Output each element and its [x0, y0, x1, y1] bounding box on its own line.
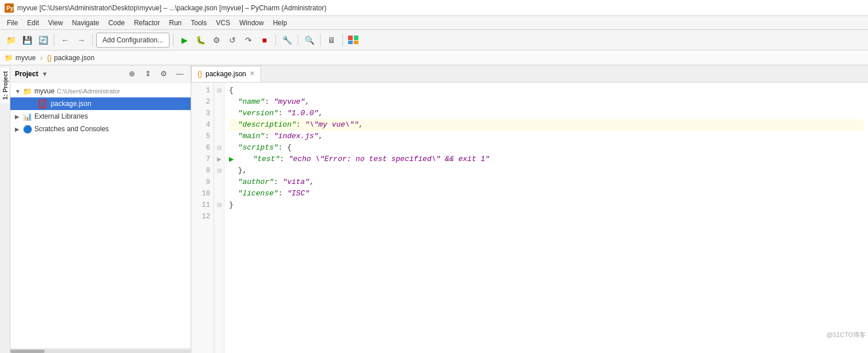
- project-panel-scrollbar[interactable]: [10, 348, 191, 353]
- menu-navigate[interactable]: Navigate: [68, 18, 104, 28]
- external-libraries-icon: 📊: [23, 112, 32, 121]
- watermark: @51CTO博客: [827, 331, 866, 339]
- scrollbar-thumb[interactable]: [10, 350, 45, 353]
- toolbar-separator-1: [54, 34, 54, 46]
- fold-cell-11[interactable]: ⊟: [214, 199, 224, 211]
- debug-button[interactable]: 🐛: [193, 33, 208, 48]
- editor-content: 1 2 3 4 5 6 7 8 9 10 11 12 ⊟ ⊟ ▶: [191, 83, 868, 353]
- menu-run[interactable]: Run: [164, 18, 186, 28]
- tree-label-root: myvue: [34, 87, 54, 95]
- breadcrumb-root[interactable]: myvue: [15, 54, 35, 62]
- settings-button[interactable]: 🔧: [279, 33, 294, 48]
- fold-cell-1[interactable]: ⊟: [214, 85, 224, 96]
- code-token: ,: [318, 131, 323, 142]
- project-settings-button[interactable]: ⚙: [157, 68, 170, 80]
- code-line-3: "version": "1.0.0",: [229, 108, 863, 119]
- tree-expand-root[interactable]: ▼: [15, 88, 23, 95]
- add-configuration-button[interactable]: Add Configuration...: [96, 33, 169, 48]
- menu-vcs[interactable]: VCS: [211, 18, 235, 28]
- menu-file[interactable]: File: [2, 18, 22, 28]
- code-token: ,: [305, 96, 310, 108]
- svg-rect-3: [354, 36, 358, 40]
- tree-sublabel-root: C:\Users\Administrator: [57, 88, 120, 95]
- inspect-button[interactable]: 🖥: [324, 33, 339, 48]
- code-token: "\"my vue\"": [305, 119, 359, 131]
- code-line-7: ▶ "test": "echo \"Error: no test specifi…: [229, 154, 863, 165]
- menu-code[interactable]: Code: [104, 18, 129, 28]
- menu-window[interactable]: Window: [235, 18, 269, 28]
- forward-button[interactable]: →: [74, 33, 89, 48]
- breadcrumb-file[interactable]: package.json: [54, 54, 94, 62]
- editor-tab-package-json[interactable]: {} package.json ✕: [191, 66, 261, 82]
- menu-edit[interactable]: Edit: [22, 18, 44, 28]
- code-token: :: [278, 108, 287, 119]
- fold-cell-6[interactable]: ⊟: [214, 142, 224, 154]
- project-dropdown-icon[interactable]: ▼: [42, 70, 48, 77]
- code-token: {: [229, 85, 234, 96]
- menu-help[interactable]: Help: [269, 18, 292, 28]
- project-panel-header: Project ▼ ⊕ ⇕ ⚙ —: [10, 65, 191, 83]
- menu-view[interactable]: View: [44, 18, 68, 28]
- svg-rect-4: [348, 41, 353, 44]
- toolbar: 📁 💾 🔄 ← → Add Configuration... ▶ 🐛 ⚙ ↺ ↷…: [0, 30, 868, 50]
- code-token: "ISC": [287, 188, 309, 199]
- fold-cell-3: [214, 108, 224, 119]
- resume-button[interactable]: ↺: [225, 33, 240, 48]
- tree-label-external-libraries: External Libraries: [34, 112, 88, 120]
- menu-refactor[interactable]: Refactor: [129, 18, 164, 28]
- run-arrow-icon[interactable]: ▶: [229, 154, 234, 165]
- code-line-9: "author": "vita",: [229, 176, 863, 188]
- search-button[interactable]: 🔍: [302, 33, 317, 48]
- fold-cell-4: [214, 119, 224, 131]
- tree-label-scratches: Scratches and Consoles: [34, 125, 109, 133]
- project-scroll-button[interactable]: ⇕: [141, 68, 154, 80]
- tree-item-external-libraries[interactable]: ▶ 📊 External Libraries: [10, 110, 191, 123]
- tab-close-button[interactable]: ✕: [250, 70, 255, 77]
- code-token: "1.0.0": [287, 108, 318, 119]
- code-token: "author": [229, 176, 274, 188]
- code-line-12: [229, 211, 863, 222]
- side-panel-tabs: 1: Project: [0, 65, 10, 353]
- tree-item-package-json[interactable]: {} package.json: [10, 97, 191, 110]
- code-token: {: [287, 142, 291, 154]
- code-line-6: "scripts": {: [229, 142, 863, 154]
- code-token: :: [278, 188, 287, 199]
- multirun-button[interactable]: [346, 33, 361, 48]
- project-add-button[interactable]: ⊕: [125, 68, 138, 80]
- code-token: "main": [229, 131, 265, 142]
- open-folder-button[interactable]: 📁: [3, 33, 18, 48]
- code-token: "vita": [283, 176, 310, 188]
- stop-button[interactable]: ■: [257, 33, 272, 48]
- fold-cell-10: [214, 188, 224, 199]
- tree-item-scratches[interactable]: ▶ 🔵 Scratches and Consoles: [10, 123, 191, 135]
- title-text: myvue [C:\Users\Administrator\Desktop\my…: [17, 4, 326, 12]
- run-button[interactable]: ▶: [177, 33, 192, 48]
- profile-button[interactable]: ⚙: [209, 33, 224, 48]
- toolbar-separator-4: [275, 34, 276, 46]
- toolbar-separator-2: [92, 34, 93, 46]
- code-editor[interactable]: { "name": "myvue", "version": "1.0.0", "…: [224, 83, 868, 353]
- folder-icon: 📁: [23, 87, 32, 96]
- save-button[interactable]: 💾: [19, 33, 34, 48]
- tree-expand-ext-libs[interactable]: ▶: [15, 113, 23, 120]
- scrollbar-track: [10, 350, 191, 353]
- json-file-icon: {}: [39, 100, 46, 108]
- code-token: "test": [235, 154, 279, 165]
- breadcrumb: 📁 myvue › {} package.json: [0, 50, 868, 65]
- fold-cell-7: ▶: [214, 154, 224, 165]
- code-token: :: [265, 96, 274, 108]
- svg-rect-2: [348, 36, 353, 40]
- code-token: :: [278, 142, 287, 154]
- fold-cell-8[interactable]: ⊟: [214, 165, 224, 176]
- sync-button[interactable]: 🔄: [35, 33, 50, 48]
- svg-rect-5: [354, 41, 358, 44]
- menu-tools[interactable]: Tools: [186, 18, 211, 28]
- step-over-button[interactable]: ↷: [241, 33, 256, 48]
- fold-cell-9: [214, 176, 224, 188]
- back-button[interactable]: ←: [58, 33, 73, 48]
- code-token: "myvue": [274, 96, 305, 108]
- tree-item-root[interactable]: ▼ 📁 myvue C:\Users\Administrator: [10, 85, 191, 97]
- side-tab-project[interactable]: 1: Project: [1, 68, 10, 103]
- project-minimize-button[interactable]: —: [173, 68, 186, 80]
- tree-expand-scratches[interactable]: ▶: [15, 126, 23, 132]
